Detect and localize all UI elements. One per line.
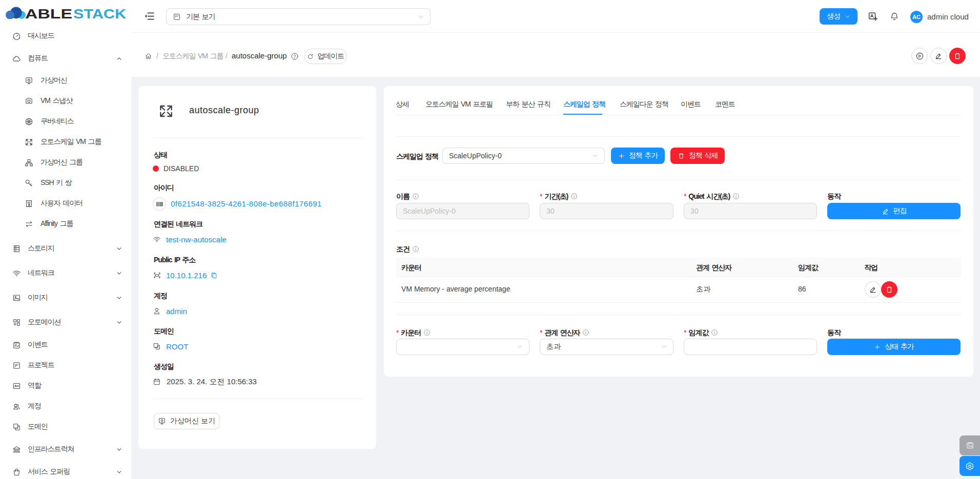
svg-text:ABLE: ABLE — [25, 7, 72, 19]
svg-text:STACK: STACK — [73, 7, 127, 19]
